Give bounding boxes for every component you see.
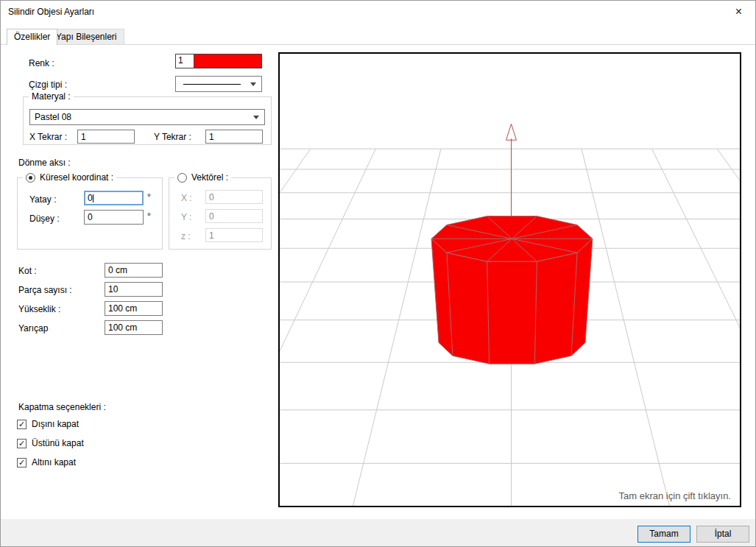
- radio-checked-icon[interactable]: [26, 173, 35, 183]
- color-swatch[interactable]: [194, 54, 261, 68]
- materyal-group-label: Materyal :: [29, 91, 74, 102]
- yatay-value: 0: [88, 193, 93, 203]
- tab-ozellikler-label: Özellikler: [14, 32, 50, 42]
- dusey-input[interactable]: 0: [84, 210, 144, 225]
- color-index-value: 1: [176, 54, 194, 68]
- dialog-button-bar: Tamam İptal: [1, 519, 755, 547]
- yatay-input[interactable]: 0: [84, 191, 144, 205]
- renk-label: Renk :: [29, 58, 54, 68]
- ok-button[interactable]: Tamam: [637, 526, 690, 543]
- window-title: Silindir Objesi Ayarları: [8, 7, 94, 17]
- line-type-preview: [183, 84, 241, 85]
- yukseklik-label: Yükseklik :: [18, 304, 60, 314]
- radio-unchecked-icon[interactable]: [177, 173, 187, 183]
- close-icon[interactable]: ×: [722, 1, 755, 23]
- vektorel-x-label: X :: [181, 193, 192, 203]
- material-combobox[interactable]: Pastel 08: [29, 109, 265, 125]
- chevron-down-icon: [250, 82, 256, 86]
- tab-yapi-bilesenleri-label: Yapı Bileşenleri: [56, 32, 117, 42]
- vektorel-y-label: Y :: [181, 212, 191, 222]
- tab-ozellikler[interactable]: Özellikler: [7, 29, 57, 45]
- materyal-group-label-text: Materyal :: [32, 91, 71, 102]
- vektorel-y-input: 0: [205, 209, 263, 223]
- material-combobox-value: Pastel 08: [35, 112, 71, 122]
- color-picker[interactable]: 1: [175, 54, 262, 68]
- donme-aksi-label: Dönme aksı :: [18, 158, 71, 168]
- tab-yapi-bilesenleri[interactable]: Yapı Bileşenleri: [49, 29, 124, 44]
- vektorel-groupbox: Vektörel : X : 0 Y : 0 z : 1: [169, 177, 272, 250]
- checkbox-disini-kapat[interactable]: ✓ Dışını kapat: [17, 419, 79, 429]
- kot-input[interactable]: 0 cm: [105, 263, 163, 278]
- y-tekrar-input[interactable]: 1: [205, 130, 263, 144]
- checkbox-checked-icon[interactable]: ✓: [17, 420, 27, 429]
- kuresel-koordinat-label: Küresel koordinat :: [40, 172, 113, 183]
- kuresel-koordinat-groupbox: Küresel koordinat : Yatay : 0 ° Düşey : …: [17, 177, 163, 250]
- vektorel-x-input: 0: [205, 190, 263, 204]
- cylinder-settings-dialog: Silindir Objesi Ayarları × Özellikler Ya…: [0, 0, 756, 547]
- dusey-label: Düşey :: [29, 213, 60, 224]
- kuresel-koordinat-legend: Küresel koordinat :: [23, 172, 116, 183]
- checkbox-checked-icon[interactable]: ✓: [17, 439, 27, 448]
- yukseklik-input[interactable]: 100 cm: [105, 301, 163, 316]
- yaricap-input[interactable]: 100 cm: [105, 320, 163, 335]
- y-tekrar-label: Y Tekrar :: [154, 132, 191, 142]
- checkbox-altini-kapat-label: Altını kapat: [32, 457, 76, 467]
- cizgi-tipi-label: Çizgi tipi :: [29, 80, 67, 90]
- vektorel-label: Vektörel :: [191, 172, 228, 183]
- cancel-button[interactable]: İptal: [696, 526, 749, 543]
- cylinder-solid: [431, 216, 593, 364]
- kot-label: Kot :: [18, 266, 37, 276]
- line-type-combobox[interactable]: [175, 76, 262, 92]
- checkbox-disini-kapat-label: Dışını kapat: [32, 419, 79, 429]
- kapatma-secenekleri-label: Kapatma seçenekleri :: [18, 402, 106, 412]
- vektorel-z-label: z :: [181, 231, 191, 241]
- parca-sayisi-input[interactable]: 10: [105, 282, 163, 297]
- yatay-label: Yatay :: [29, 194, 56, 205]
- x-tekrar-input[interactable]: 1: [77, 130, 135, 144]
- text-caret: [93, 194, 93, 202]
- vektorel-z-input: 1: [205, 228, 263, 242]
- titlebar: Silindir Objesi Ayarları ×: [1, 1, 755, 23]
- checkbox-ustunu-kapat-label: Üstünü kapat: [32, 438, 84, 448]
- checkbox-checked-icon[interactable]: ✓: [17, 458, 27, 467]
- fullscreen-hint: Tam ekran için çift tıklayın.: [619, 490, 731, 501]
- vektorel-legend: Vektörel :: [174, 172, 231, 183]
- 3d-preview-viewport[interactable]: Tam ekran için çift tıklayın.: [278, 52, 741, 507]
- chevron-down-icon: [253, 116, 259, 119]
- degree-symbol: °: [147, 192, 151, 202]
- 3d-preview-canvas: [280, 54, 740, 506]
- checkbox-altini-kapat[interactable]: ✓ Altını kapat: [17, 457, 76, 467]
- x-tekrar-label: X Tekrar :: [29, 132, 67, 142]
- parca-sayisi-label: Parça sayısı :: [18, 285, 72, 295]
- materyal-groupbox: Materyal : Pastel 08 X Tekrar : 1 Y Tekr…: [23, 96, 272, 145]
- degree-symbol: °: [147, 211, 151, 222]
- yaricap-label: Yarıçap: [18, 323, 48, 334]
- checkbox-ustunu-kapat[interactable]: ✓ Üstünü kapat: [17, 438, 84, 448]
